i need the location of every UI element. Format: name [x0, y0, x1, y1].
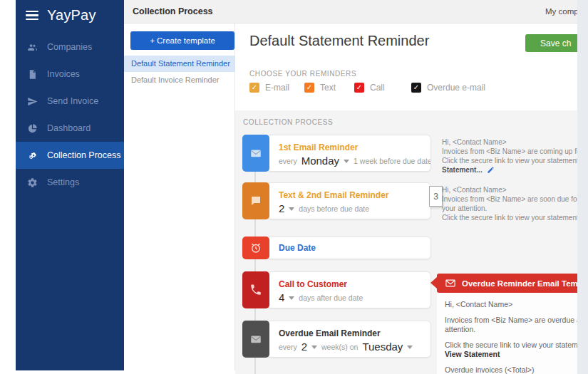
chevron-down-icon[interactable]: [289, 207, 294, 211]
chevron-down-icon[interactable]: [289, 296, 294, 300]
checkbox-email[interactable]: ✓ E-mail: [249, 83, 289, 93]
step-post-text: 1 week before due date: [354, 157, 431, 165]
sidebar-item-send-invoice[interactable]: Send Invoice: [16, 88, 124, 115]
step-title: Call to Customer: [279, 279, 430, 289]
choose-reminders-label: CHOOSE YOUR REMINDERS: [249, 70, 356, 78]
step-card-text-2nd-email[interactable]: Text & 2nd Email Reminder 2 days before …: [267, 182, 431, 219]
sidebar-item-collection-process[interactable]: Collection Process: [16, 142, 124, 169]
step-icon-call: [242, 271, 269, 308]
step-card-due-date[interactable]: Due Date: [267, 237, 431, 259]
viewport-bottom-strip: [0, 370, 235, 374]
sidebar-item-label: Collection Process: [47, 150, 121, 160]
collection-process-label: COLLECTION PROCESS: [243, 118, 333, 126]
step-title: Overdue Email Reminder: [279, 328, 430, 338]
envelope-icon: [249, 333, 262, 346]
template-item-invoice-reminder[interactable]: Default Invoice Reminder: [124, 72, 235, 88]
paper-plane-icon: [27, 96, 38, 107]
account-menu[interactable]: My compan: [545, 7, 577, 16]
people-icon: [27, 42, 38, 53]
sidebar-item-label: Companies: [47, 42, 92, 52]
sidebar-item-label: Send Invoice: [47, 96, 98, 106]
checkbox-checked-icon[interactable]: ✓: [304, 83, 314, 93]
step-icon-email: [242, 135, 269, 172]
phone-icon: [249, 284, 262, 296]
overdue-template-header: Overdue Reminder Email Template: [437, 274, 579, 293]
step-title: 1st Email Reminder: [279, 142, 430, 152]
viewport-edge-strip: [577, 0, 588, 374]
preview-line: Invoices from <Biz Name> are coming up f…: [442, 147, 577, 156]
email-preview-second: Hi, <Contact Name> Invoices from <Biz Na…: [442, 185, 577, 222]
cogs-icon: [27, 150, 38, 161]
preview-line: Click the secure link to view your state…: [442, 213, 577, 222]
collection-process-panel: COLLECTION PROCESS 1st Email Reminder ev…: [235, 110, 577, 374]
checkbox-checked-icon[interactable]: ✓: [411, 83, 421, 93]
overdue-body-line: Overdue invoices (<Total>): [445, 365, 577, 374]
app-screen: YayPay Companies Invoices Send Invoice D…: [0, 0, 588, 374]
checkbox-checked-icon[interactable]: ✓: [354, 83, 364, 93]
step-pre-text: every: [279, 157, 297, 165]
edit-pencil-icon[interactable]: [487, 166, 495, 174]
checkbox-call[interactable]: ✓ Call: [354, 83, 385, 93]
sidebar-item-dashboard[interactable]: Dashboard: [16, 115, 124, 142]
hamburger-menu-icon[interactable]: [26, 11, 38, 21]
preview-line: Click the secure link to view your state…: [442, 156, 577, 165]
overdue-body-line: Click the secure link to view your state…: [445, 341, 577, 350]
overdue-body-line: Invoices from <Biz Name> are overdue an: [445, 316, 577, 325]
statement-link[interactable]: Statement...: [442, 165, 483, 175]
checkbox-label: Text: [320, 83, 336, 93]
days-select-value[interactable]: 2: [279, 202, 284, 214]
preview-line: your attention.: [442, 204, 577, 213]
step-title: Due Date: [279, 243, 430, 253]
sidebar-item-companies[interactable]: Companies: [16, 33, 124, 61]
sidebar: YayPay Companies Invoices Send Invoice D…: [16, 0, 124, 370]
arrow-left-icon: [430, 277, 437, 289]
overdue-body-line: attention.: [445, 325, 577, 334]
step-card-overdue-email[interactable]: Overdue Email Reminder every 2 week(s) o…: [267, 321, 431, 358]
email-preview-first: Hi, <Contact Name> Invoices from <Biz Na…: [442, 137, 577, 175]
checkbox-text[interactable]: ✓ Text: [304, 83, 336, 93]
template-title: Default Statement Reminder: [249, 33, 429, 49]
step-post-text: days before due date: [299, 204, 369, 213]
page-title: Collection Process: [133, 6, 213, 16]
checkbox-overdue-email[interactable]: ✓ Overdue e-mail: [411, 83, 485, 93]
stray-counter-badge: 3: [429, 186, 443, 207]
view-statement-link[interactable]: View Statement: [445, 350, 577, 359]
sidebar-item-label: Settings: [47, 177, 79, 187]
template-list-panel: + Create template Default Statement Remi…: [124, 24, 235, 374]
chevron-down-icon[interactable]: [311, 346, 317, 349]
checkbox-label: Overdue e-mail: [427, 83, 485, 93]
sidebar-item-label: Invoices: [47, 69, 80, 79]
envelope-outline-icon: [445, 279, 455, 287]
invoice-icon: [27, 69, 38, 80]
step-title: Text & 2nd Email Reminder: [279, 190, 430, 200]
days-select-value[interactable]: 4: [279, 291, 284, 303]
step-mid-text: week(s) on: [321, 343, 358, 351]
topbar: Collection Process My compan: [124, 0, 577, 24]
overdue-header-title: Overdue Reminder Email Template: [462, 279, 588, 288]
overdue-template-body: Hi, <Contact Name> Invoices from <Biz Na…: [437, 293, 577, 374]
day-select-value[interactable]: Monday: [301, 155, 339, 167]
chevron-down-icon[interactable]: [344, 160, 349, 163]
chevron-down-icon[interactable]: [407, 346, 413, 349]
sidebar-item-settings[interactable]: Settings: [16, 169, 124, 196]
sidebar-item-invoices[interactable]: Invoices: [16, 61, 124, 88]
step-post-text: days after due date: [299, 294, 363, 302]
create-template-button[interactable]: + Create template: [130, 31, 234, 50]
step-icon-due-date: [242, 237, 269, 259]
overdue-body-line: Hi, <Contact Name>: [445, 300, 577, 309]
sidebar-item-label: Dashboard: [47, 123, 91, 133]
checkbox-checked-icon[interactable]: ✓: [249, 83, 259, 93]
step-card-call-customer[interactable]: Call to Customer 4 days after due date: [267, 271, 431, 308]
step-card-1st-email[interactable]: 1st Email Reminder every Monday 1 week b…: [267, 135, 431, 172]
alarm-clock-icon: [249, 241, 262, 254]
app-logo: YayPay: [47, 7, 96, 24]
envelope-icon: [249, 147, 262, 160]
preview-line: Hi, <Contact Name>: [442, 185, 577, 194]
chat-bubble-icon: [249, 194, 262, 207]
template-item-statement-reminder[interactable]: Default Statement Reminder: [124, 56, 235, 72]
step-icon-text: [242, 182, 269, 219]
day-select-value[interactable]: Tuesday: [362, 341, 403, 353]
weeks-select-value[interactable]: 2: [301, 341, 307, 353]
gear-icon: [27, 177, 38, 188]
pie-chart-icon: [27, 123, 38, 134]
